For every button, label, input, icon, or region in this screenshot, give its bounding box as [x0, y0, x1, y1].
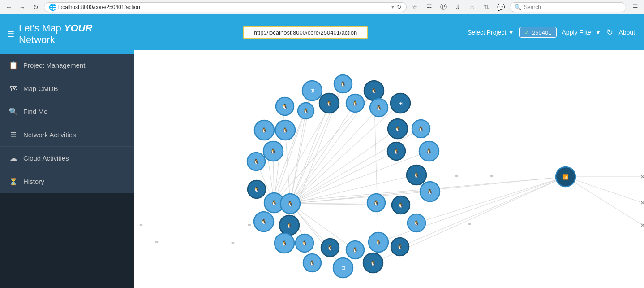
sidebar-nav: 📋 Project Management 🗺 Map CMDB 🔍 Find M… — [0, 54, 134, 193]
about-label: About — [618, 29, 635, 36]
network-node[interactable]: 🐧 — [321, 239, 339, 257]
refresh-button[interactable]: ↻ — [30, 2, 41, 13]
svg-text:🐧: 🐧 — [376, 105, 382, 111]
network-node[interactable]: 🐧 — [275, 233, 294, 253]
network-node[interactable]: 🐧 — [279, 215, 299, 235]
network-node[interactable]: 🐧 — [364, 81, 384, 100]
refresh-graph-button[interactable]: ↻ — [606, 27, 613, 37]
svg-text:🐧: 🐧 — [326, 100, 332, 106]
network-node[interactable]: 🐧 — [363, 253, 383, 273]
pocket-icon[interactable]: Ⓟ — [438, 2, 449, 13]
reader-view-icon[interactable]: ☷ — [424, 2, 434, 13]
network-node[interactable]: 🐧 — [407, 165, 426, 185]
svg-text:🐧: 🐧 — [253, 186, 260, 192]
svg-line-28 — [566, 177, 643, 203]
sidebar-item-cloud-activities[interactable]: ☁ Cloud Activities — [0, 147, 134, 170]
network-node[interactable]: 🐧 — [254, 212, 274, 231]
network-node[interactable]: 🐧 — [263, 141, 283, 161]
sync-icon[interactable]: ⇅ — [481, 2, 492, 13]
url-bar[interactable]: 🌐 localhost:8000/core/250401/action ▼ ↻ — [44, 2, 407, 12]
network-node[interactable]: 🐧 — [298, 103, 314, 119]
about-button[interactable]: About — [618, 29, 635, 36]
network-node[interactable]: 📶 — [556, 167, 575, 187]
select-project-label: Select Project — [468, 29, 506, 36]
network-node[interactable]: 🐧 — [319, 93, 339, 113]
network-node[interactable]: 🐧 — [408, 214, 425, 232]
back-button[interactable]: ← — [4, 2, 14, 13]
search-placeholder: Search — [524, 4, 541, 10]
network-node[interactable]: 🐧 — [367, 194, 385, 212]
network-node[interactable]: 🐧 — [370, 99, 388, 117]
network-graph[interactable]: ══════════⊞🐧🐧🐧🐧🐧🐧🐧⊞🐧🐧🐧🐧🐧🐧🐧🐧🐧🐧🐧🐧🐧🐧🐧🐧🐧🐧🐧🐧🐧… — [134, 50, 644, 288]
menu-icon[interactable]: ☰ — [630, 2, 640, 13]
sidebar-item-label: Map CMDB — [23, 85, 58, 92]
bookmark-star-icon[interactable]: ☆ — [409, 2, 420, 13]
svg-text:⊞: ⊞ — [399, 100, 403, 106]
network-node[interactable]: 🐧 — [391, 238, 409, 256]
url-refresh-icon[interactable]: ↻ — [397, 4, 402, 10]
svg-text:🐧: 🐧 — [393, 148, 399, 154]
svg-text:🐧: 🐧 — [418, 126, 424, 132]
sidebar-item-label: Network Activities — [23, 131, 76, 139]
feedback-icon[interactable]: 💬 — [495, 2, 506, 13]
sidebar-item-label: History — [23, 178, 44, 185]
sidebar-item-find-me[interactable]: 🔍 Find Me — [0, 100, 134, 123]
history-icon: ⏳ — [9, 177, 18, 186]
network-node[interactable]: 🐧 — [392, 196, 410, 214]
hamburger-icon[interactable]: ☰ — [7, 29, 14, 39]
svg-text:🐧: 🐧 — [271, 200, 277, 206]
sidebar-item-map-cmdb[interactable]: 🗺 Map CMDB — [0, 77, 134, 100]
network-node[interactable]: 🐧 — [346, 94, 364, 112]
home-icon[interactable]: ⌂ — [467, 2, 477, 13]
network-node[interactable]: 🐧 — [387, 142, 405, 160]
project-management-icon: 📋 — [9, 61, 18, 70]
network-node[interactable]: 🐧 — [419, 141, 439, 161]
forward-button[interactable]: → — [17, 2, 28, 13]
topbar-url-display: http://localhost:8000/core/250401/action — [243, 26, 368, 39]
svg-text:🐧: 🐧 — [340, 81, 346, 87]
url-dropdown-icon[interactable]: ▼ — [391, 4, 395, 9]
network-activities-icon: ☰ — [9, 131, 18, 139]
network-node[interactable]: 🐧 — [276, 97, 294, 115]
search-icon: 🔍 — [515, 4, 521, 10]
favicon-icon: 🌐 — [49, 4, 56, 11]
graph-area: ══════════⊞🐧🐧🐧🐧🐧🐧🐧⊞🐧🐧🐧🐧🐧🐧🐧🐧🐧🐧🐧🐧🐧🐧🐧🐧🐧🐧🐧🐧🐧… — [134, 50, 644, 288]
sidebar-bottom-panel — [0, 193, 134, 288]
network-node[interactable]: ⊞ — [333, 258, 353, 278]
network-node[interactable]: 🐧 — [334, 75, 352, 93]
network-node[interactable]: 🐧 — [247, 153, 265, 170]
download-icon[interactable]: ⇓ — [452, 2, 463, 13]
network-node[interactable]: 🐧 — [412, 120, 430, 138]
network-node[interactable]: 🐧 — [346, 241, 364, 259]
network-node[interactable]: ⊞ — [391, 93, 410, 113]
svg-text:🐧: 🐧 — [303, 108, 309, 114]
sidebar-item-project-management[interactable]: 📋 Project Management — [0, 54, 134, 77]
select-project-button[interactable]: Select Project ▼ — [468, 29, 514, 36]
svg-text:⊞: ⊞ — [341, 265, 345, 271]
network-node[interactable]: 🐧 — [303, 254, 321, 272]
network-node[interactable]: ⊞ — [302, 81, 322, 100]
network-node[interactable]: 🐧 — [296, 234, 313, 252]
top-bar-actions: Select Project ▼ ✓ 250401 Apply Filter ▼… — [468, 27, 635, 38]
cloud-activities-icon: ☁ — [9, 154, 18, 162]
network-node[interactable]: 🐧 — [388, 119, 408, 139]
apply-filter-button[interactable]: Apply Filter ▼ — [562, 29, 601, 36]
network-node[interactable]: 🐧 — [420, 182, 440, 201]
svg-text:🐧: 🐧 — [426, 148, 432, 154]
browser-search-bar[interactable]: 🔍 Search — [510, 2, 626, 12]
svg-text:🐧: 🐧 — [261, 218, 267, 225]
network-node[interactable]: 🐧 — [254, 120, 274, 140]
project-checkmark-icon: ✓ — [524, 29, 530, 36]
svg-text:═: ═ — [468, 222, 471, 226]
sidebar-header: ☰ Let's Map YOUR Network — [0, 14, 134, 54]
sidebar-item-network-activities[interactable]: ☰ Network Activities — [0, 123, 134, 147]
svg-text:🐧: 🐧 — [282, 127, 288, 133]
network-node[interactable]: 🐧 — [369, 232, 388, 252]
browser-chrome: ← → ↻ 🌐 localhost:8000/core/250401/actio… — [0, 0, 644, 14]
network-node[interactable]: 🐧 — [280, 194, 300, 214]
network-node[interactable]: 🐧 — [275, 120, 295, 140]
network-node[interactable]: 🐧 — [248, 180, 266, 198]
svg-text:⊞: ⊞ — [310, 88, 314, 93]
sidebar-item-history[interactable]: ⏳ History — [0, 170, 134, 193]
svg-text:═: ═ — [490, 174, 494, 178]
